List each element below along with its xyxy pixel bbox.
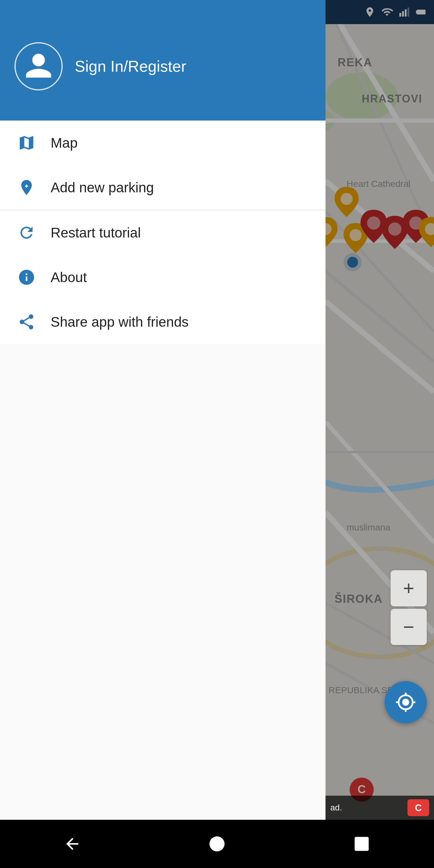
bottom-nav-bar (0, 820, 434, 868)
avatar (14, 42, 63, 90)
drawer-panel: Sign In/Register Map Add new (0, 0, 326, 868)
menu-item-about[interactable]: About (0, 255, 326, 300)
back-button[interactable] (54, 832, 90, 856)
drawer-shadow (326, 0, 434, 868)
menu-item-map[interactable]: Map (0, 121, 326, 165)
svg-rect-42 (355, 837, 369, 851)
location-fab[interactable] (384, 681, 427, 723)
home-icon (208, 835, 226, 853)
share-icon (14, 313, 38, 331)
address-text: ad. (330, 803, 342, 812)
map-icon (14, 134, 38, 152)
user-avatar-icon (24, 51, 54, 82)
my-location-icon (395, 692, 416, 713)
recents-icon (353, 835, 370, 852)
add-parking-label: Add new parking (51, 179, 154, 195)
add-location-icon (14, 179, 38, 196)
zoom-controls: + − (391, 570, 427, 645)
map-label: Map (51, 135, 78, 151)
drawer-header[interactable]: Sign In/Register (0, 0, 326, 121)
zoom-out-icon: − (403, 617, 414, 637)
sign-in-label[interactable]: Sign In/Register (75, 57, 186, 75)
zoom-out-button[interactable]: − (391, 609, 427, 645)
zoom-in-icon: + (403, 579, 414, 598)
svg-point-41 (210, 836, 224, 851)
home-button[interactable] (199, 832, 235, 856)
menu-item-share[interactable]: Share app with friends (0, 300, 326, 344)
back-icon (63, 835, 82, 853)
share-label: Share app with friends (51, 314, 189, 330)
menu-item-restart-tutorial[interactable]: Restart tutorial (0, 210, 326, 255)
about-label: About (51, 269, 87, 285)
refresh-icon (14, 224, 38, 242)
address-bar: ad. C (326, 796, 434, 820)
brand-logo: C (407, 799, 429, 816)
restart-tutorial-label: Restart tutorial (51, 224, 141, 241)
drawer-menu: Map Add new parking (0, 121, 326, 868)
menu-section-top: Map Add new parking (0, 121, 326, 210)
menu-section-bottom: Restart tutorial About Share app wit (0, 210, 326, 344)
recents-button[interactable] (344, 832, 380, 856)
menu-item-add-parking[interactable]: Add new parking (0, 165, 326, 210)
info-icon (14, 268, 38, 286)
zoom-in-button[interactable]: + (391, 570, 427, 607)
